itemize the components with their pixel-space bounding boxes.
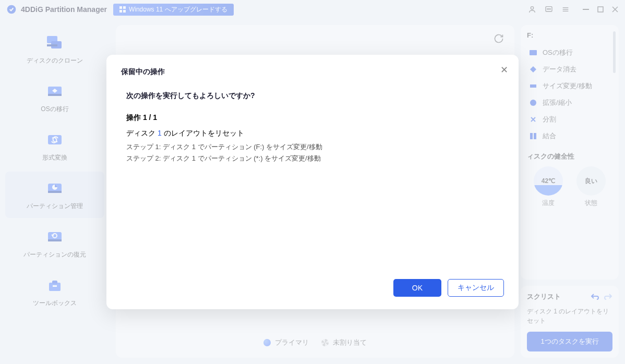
modal-op-count: 操作 1 / 1 xyxy=(126,113,499,123)
subtitle-disk-num: 1 xyxy=(158,129,162,137)
modal-footer: OK キャンセル xyxy=(121,279,504,297)
modal-subtitle: ディスク 1 のレイアウトをリセット xyxy=(126,129,499,138)
subtitle-pre: ディスク xyxy=(126,129,158,137)
cancel-button[interactable]: キャンセル xyxy=(448,279,504,297)
modal-close-button[interactable]: ✕ xyxy=(500,64,508,76)
modal-backdrop: 保留中の操作 ✕ 次の操作を実行してもよろしいですか? 操作 1 / 1 ディス… xyxy=(0,0,625,364)
ok-button[interactable]: OK xyxy=(393,279,441,297)
subtitle-post: のレイアウトをリセット xyxy=(162,129,244,137)
modal-title: 保留中の操作 xyxy=(121,67,504,77)
modal-step-2: ステップ 2: ディスク 1 でパーティション (*:) をサイズ変更/移動 xyxy=(126,153,499,164)
modal-step-1: ステップ 1: ディスク 1 でパーティション (F:) をサイズ変更/移動 xyxy=(126,141,499,153)
pending-operations-modal: 保留中の操作 ✕ 次の操作を実行してもよろしいですか? 操作 1 / 1 ディス… xyxy=(106,55,519,309)
modal-question: 次の操作を実行してもよろしいですか? xyxy=(126,91,499,101)
modal-body: 次の操作を実行してもよろしいですか? 操作 1 / 1 ディスク 1 のレイアウ… xyxy=(121,91,504,269)
